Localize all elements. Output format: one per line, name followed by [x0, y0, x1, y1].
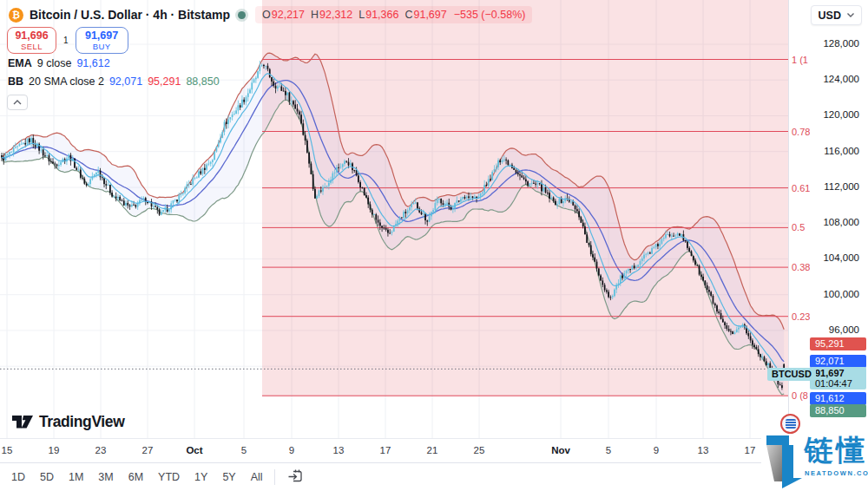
low-value: 91,366 — [365, 9, 398, 21]
symbol-title[interactable]: Bitcoin / U.S. Dollar · 4h · Bitstamp — [30, 8, 230, 22]
watermark-logo-icon — [761, 428, 805, 491]
order-panel: 91,696 SELL 1 91,697 BUY — [7, 27, 128, 54]
chevron-up-icon — [13, 100, 22, 105]
time-tick: 9 — [289, 445, 294, 455]
price-badge: 88,850 — [810, 404, 866, 417]
time-tick: 21 — [427, 445, 438, 455]
price-tick: 120,000 — [823, 109, 859, 120]
sell-price: 91,696 — [8, 29, 56, 42]
date-range-buttons: 1D5D1M3M6MYTD1Y5YAll — [5, 468, 269, 487]
fib-level-label: 0.61 — [792, 183, 810, 193]
range-button-ytd[interactable]: YTD — [152, 468, 186, 487]
indicator-row-bb[interactable]: BB20 SMA close 292,07195,29188,850 — [8, 75, 220, 88]
low-label: L — [358, 9, 365, 21]
time-tick: 13 — [333, 445, 345, 455]
time-tick: 15 — [2, 445, 13, 455]
fib-level-label: 0.38 — [792, 262, 810, 272]
sell-label: SELL — [8, 42, 56, 51]
indicator-params: 9 close — [37, 57, 72, 69]
price-tick: 96,000 — [829, 324, 859, 335]
open-value: 92,217 — [272, 9, 305, 21]
time-tick: 5 — [241, 445, 247, 455]
bitcoin-icon: ₿ — [9, 8, 23, 23]
close-value: 91,697 — [413, 9, 446, 21]
watermark-cn-text: 链懂 — [805, 431, 867, 470]
high-label: H — [311, 9, 319, 21]
time-tick: 13 — [698, 445, 709, 455]
currency-selector[interactable]: USD — [811, 5, 862, 25]
time-tick: 5 — [606, 445, 611, 455]
range-button-5d[interactable]: 5D — [34, 468, 60, 487]
close-label: C — [404, 9, 412, 21]
watermark-domain-text: NEATDOWN.COM — [805, 469, 868, 477]
range-button-1d[interactable]: 1D — [5, 468, 31, 487]
time-tick: Nov — [551, 445, 570, 455]
price-tick: 104,000 — [823, 252, 859, 263]
price-tick: 108,000 — [823, 217, 859, 227]
fib-level-label: 0.78 — [792, 127, 810, 137]
fib-level-label: 1 (1 — [792, 55, 808, 65]
price-tick: 124,000 — [823, 74, 859, 84]
time-tick: Oct — [186, 445, 202, 455]
buy-label: BUY — [76, 42, 128, 51]
price-badge: 91,612 — [810, 392, 866, 405]
range-button-1m[interactable]: 1M — [62, 468, 89, 487]
last-price-badge: 91,69701:04:47 — [810, 367, 866, 390]
time-tick: 23 — [95, 445, 107, 455]
time-tick: 27 — [142, 445, 154, 455]
buy-button[interactable]: 91,697 BUY — [76, 27, 128, 54]
range-button-5y[interactable]: 5Y — [216, 468, 241, 487]
range-button-1y[interactable]: 1Y — [188, 468, 214, 487]
tradingview-chart-app: USD 128,000124,000120,000116,000112,0001… — [0, 0, 868, 491]
tradingview-logo-icon — [12, 416, 34, 429]
price-tick: 112,000 — [824, 181, 859, 192]
indicator-value: 88,850 — [186, 75, 219, 88]
tradingview-logo[interactable]: TradingView — [12, 413, 124, 431]
indicator-params: 20 SMA close 2 — [29, 75, 104, 88]
time-tick: 19 — [49, 445, 60, 455]
sell-button[interactable]: 91,696 SELL — [7, 27, 56, 54]
price-tick: 128,000 — [823, 38, 859, 49]
floating-widget-icon[interactable] — [780, 414, 800, 434]
market-status-icon — [238, 11, 246, 19]
goto-date-button[interactable] — [284, 466, 307, 488]
high-value: 92,312 — [319, 9, 352, 21]
time-tick: 17 — [745, 445, 756, 455]
price-badge: 92,071 — [810, 355, 866, 368]
indicator-name: EMA — [8, 57, 32, 69]
symbol-price-tag: BTCUSD — [767, 368, 816, 381]
indicator-row-ema[interactable]: EMA9 close91,612 — [8, 57, 220, 69]
time-axis[interactable]: 15192327Oct5913172125Nov591317 — [0, 438, 788, 462]
site-watermark: 链懂 NEATDOWN.COM — [761, 428, 868, 491]
price-tick: 116,000 — [824, 146, 859, 156]
range-button-3m[interactable]: 3M — [92, 468, 119, 487]
symbol-header[interactable]: ₿ Bitcoin / U.S. Dollar · 4h · Bitstamp … — [9, 6, 532, 23]
range-button-all[interactable]: All — [245, 468, 269, 487]
indicator-legend: EMA9 close91,612BB20 SMA close 292,07195… — [8, 57, 220, 94]
chevron-down-icon — [847, 13, 854, 17]
fib-level-label: 0 (8 — [792, 390, 808, 401]
time-tick: 17 — [380, 445, 391, 455]
tradingview-logo-text: TradingView — [39, 413, 124, 431]
price-tick: 100,000 — [823, 289, 859, 299]
indicator-value: 92,071 — [109, 75, 142, 88]
time-tick: 25 — [474, 445, 485, 455]
collapse-legend-button[interactable] — [7, 95, 28, 110]
range-button-6m[interactable]: 6M — [122, 468, 149, 487]
bar-countdown: 01:04:47 — [815, 379, 866, 389]
open-label: O — [262, 9, 271, 21]
price-badge: 95,291 — [810, 337, 866, 350]
bottom-toolbar: 1D5D1M3M6MYTD1Y5YAll — [0, 462, 868, 491]
currency-label: USD — [819, 10, 841, 22]
buy-price: 91,697 — [76, 29, 128, 42]
fib-level-label: 0.5 — [792, 222, 805, 232]
ohlc-values: O92,217 H92,312 L91,366 C91,697 −535 (−0… — [255, 6, 532, 23]
time-tick: 9 — [654, 445, 659, 455]
toolbar-divider — [274, 469, 275, 485]
fib-level-label: 0.23 — [792, 311, 810, 322]
change-value: −535 (−0.58%) — [454, 9, 526, 21]
spread-value: 1 — [63, 36, 69, 45]
indicator-name: BB — [8, 75, 23, 88]
calendar-goto-icon — [287, 468, 304, 484]
indicator-value: 91,612 — [76, 57, 109, 69]
